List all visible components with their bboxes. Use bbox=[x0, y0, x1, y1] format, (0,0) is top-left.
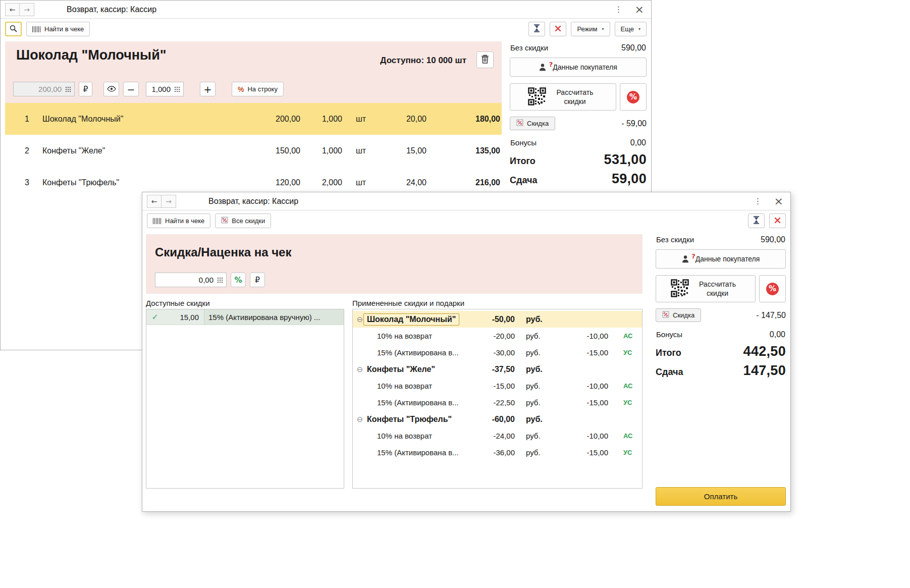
line-controls: 200,00 ₽ − 1,000 + % На строк bbox=[13, 82, 284, 96]
available-discount-value: 15,00 bbox=[164, 309, 204, 325]
discount-label: Скидка bbox=[527, 120, 549, 127]
collapse-icon[interactable]: ⊖ bbox=[353, 365, 367, 374]
quantity-value: 1,000 bbox=[150, 85, 171, 93]
ruble-button[interactable]: ₽ bbox=[79, 82, 92, 96]
all-discounts-button[interactable]: Все скидки bbox=[215, 213, 271, 228]
close-icon[interactable]: × bbox=[635, 5, 644, 14]
decrease-qty-button[interactable]: − bbox=[123, 82, 139, 96]
line-discount-label: На строку bbox=[247, 85, 277, 93]
more-button[interactable]: Еще ▾ bbox=[615, 22, 647, 36]
applied-item-row[interactable]: 15% (Активирована в... -30,00 руб. -15,0… bbox=[353, 344, 642, 361]
delete-row-button[interactable] bbox=[476, 51, 494, 68]
applied-item-row[interactable]: 15% (Активирована в... -36,00 руб. -15,0… bbox=[353, 444, 642, 461]
close-icon[interactable]: × bbox=[774, 197, 783, 206]
discount-button[interactable]: Скидка bbox=[510, 117, 555, 130]
applied-item-row[interactable]: 10% на возврат -20,00 руб. -10,00 АС bbox=[353, 328, 642, 344]
row-total: 216,00 bbox=[426, 178, 502, 187]
calculate-discounts-label: Рассчитать скидки bbox=[552, 88, 598, 106]
available-discount-row[interactable]: ✓ 15,00 15% (Активирована вручную) ... bbox=[146, 309, 344, 325]
numpad-icon[interactable] bbox=[217, 277, 223, 283]
manual-percent-button[interactable]: % bbox=[759, 275, 786, 302]
total-label: Итого bbox=[656, 348, 681, 358]
discount-amount-input[interactable]: 0,00 bbox=[155, 273, 227, 287]
item-currency: руб. bbox=[515, 432, 556, 440]
bonus-label: Бонусы bbox=[656, 330, 682, 339]
find-in-receipt-button[interactable]: Найти в чеке bbox=[147, 213, 210, 228]
applied-item-row[interactable]: 10% на возврат -15,00 руб. -10,00 АС bbox=[353, 378, 642, 394]
applied-item-row[interactable]: 10% на возврат -24,00 руб. -10,00 АС bbox=[353, 427, 642, 444]
change-label: Сдача bbox=[510, 175, 537, 186]
quantity-input[interactable]: 1,000 bbox=[146, 82, 184, 96]
percent-mode-button[interactable]: % bbox=[231, 273, 246, 287]
mode-label: Режим bbox=[577, 25, 597, 33]
search-icon bbox=[10, 25, 17, 34]
calculate-discounts-button[interactable]: Рассчитать скидки bbox=[510, 83, 616, 111]
trash-icon bbox=[481, 55, 489, 65]
barcode-icon bbox=[32, 26, 41, 32]
discount-panel: Скидка/Наценка на чек 0,00 % ₽ bbox=[146, 234, 643, 294]
customer-data-button[interactable]: ? Данные покупателя bbox=[510, 58, 647, 77]
cancel-receipt-button[interactable] bbox=[550, 22, 566, 36]
no-discount-label: Без скидки bbox=[656, 235, 694, 244]
discount-button[interactable]: Скидка bbox=[656, 308, 701, 322]
ruble-mode-button[interactable]: ₽ bbox=[250, 273, 265, 287]
group-amount: -50,00 bbox=[477, 315, 515, 324]
back-button[interactable]: ← bbox=[5, 3, 20, 16]
pay-button[interactable]: Оплатить bbox=[656, 487, 786, 506]
item-tag: УС bbox=[608, 349, 642, 356]
cancel-receipt-button[interactable] bbox=[769, 213, 786, 228]
window-menu-icon[interactable]: ⋮ bbox=[615, 5, 623, 14]
row-discount: 15,00 bbox=[380, 146, 426, 155]
applied-group-row[interactable]: ⊖ Конфеты "Трюфель" -60,00 руб. bbox=[353, 411, 642, 427]
price-value: 200,00 bbox=[17, 85, 62, 93]
discount-icon bbox=[221, 217, 228, 225]
applied-discounts-label: Примененные скидки и подарки bbox=[352, 299, 464, 307]
customer-data-button[interactable]: ? Данные покупателя bbox=[656, 249, 786, 269]
total-label: Итого bbox=[510, 156, 536, 167]
mode-button[interactable]: Режим ▾ bbox=[571, 22, 610, 36]
applied-item-row[interactable]: 15% (Активирована в... -22,50 руб. -15,0… bbox=[353, 394, 642, 411]
calculate-discounts-button[interactable]: Рассчитать скидки bbox=[656, 275, 756, 302]
forward-button[interactable]: → bbox=[162, 195, 176, 208]
available-discount-desc: 15% (Активирована вручную) ... bbox=[204, 309, 344, 325]
search-button[interactable] bbox=[5, 22, 22, 36]
available-quantity: Доступно: 10 000 шт bbox=[380, 56, 466, 66]
row-total: 135,00 bbox=[426, 146, 502, 155]
item-amount: -20,00 bbox=[477, 332, 515, 340]
row-product-name: Конфеты "Желе" bbox=[35, 146, 197, 155]
find-in-receipt-button[interactable]: Найти в чеке bbox=[26, 22, 90, 36]
row-qty: 1,000 bbox=[300, 146, 342, 155]
applied-group-row[interactable]: ⊖ Конфеты "Желе" -37,50 руб. bbox=[353, 361, 642, 378]
hourglass-button[interactable] bbox=[748, 213, 765, 228]
item-name: 10% на возврат bbox=[367, 432, 477, 440]
hourglass-icon bbox=[533, 24, 540, 34]
price-input[interactable]: 200,00 bbox=[13, 82, 75, 96]
line-discount-button[interactable]: % На строку bbox=[232, 82, 284, 96]
forward-button[interactable]: → bbox=[20, 3, 34, 16]
collapse-icon[interactable]: ⊖ bbox=[353, 415, 367, 424]
row-number: 1 bbox=[5, 115, 35, 124]
view-button[interactable] bbox=[103, 82, 119, 96]
applied-group-row[interactable]: ⊖ Шоколад "Молочный" -50,00 руб. bbox=[353, 311, 642, 328]
table-row[interactable]: 2 Конфеты "Желе" 150,00 1,000 шт 15,00 1… bbox=[5, 135, 502, 167]
discount-heading: Скидка/Наценка на чек bbox=[155, 245, 643, 259]
table-row[interactable]: 1 Шоколад "Молочный" 200,00 1,000 шт 20,… bbox=[5, 103, 502, 135]
manual-percent-button[interactable]: % bbox=[620, 83, 647, 111]
group-name: Конфеты "Трюфель" bbox=[367, 415, 477, 424]
item-tag: УС bbox=[608, 449, 642, 456]
discount-icon bbox=[516, 119, 523, 128]
hourglass-button[interactable] bbox=[528, 22, 545, 36]
numpad-icon[interactable] bbox=[174, 86, 180, 92]
question-icon: ? bbox=[549, 61, 553, 68]
increase-qty-button[interactable]: + bbox=[200, 82, 216, 96]
item-tag: УС bbox=[608, 399, 642, 406]
numpad-icon[interactable] bbox=[65, 86, 71, 92]
more-label: Еще bbox=[621, 25, 634, 33]
back-button[interactable]: ← bbox=[147, 195, 162, 208]
window-menu-icon[interactable]: ⋮ bbox=[754, 196, 762, 206]
panes-labels: Доступные скидки Примененные скидки и по… bbox=[146, 299, 648, 307]
item-amount: -22,50 bbox=[477, 398, 515, 407]
discount-label: Скидка bbox=[673, 311, 694, 319]
row-qty: 1,000 bbox=[300, 115, 342, 124]
item-currency: руб. bbox=[515, 448, 556, 457]
